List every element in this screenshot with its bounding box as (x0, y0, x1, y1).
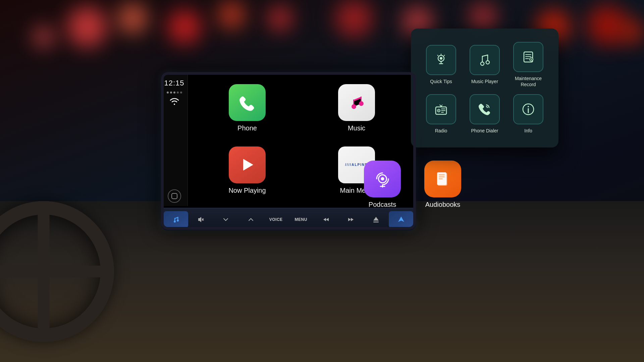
maintenance-record-label: Maintenance Record (510, 75, 547, 87)
phone-app[interactable]: Phone (195, 79, 300, 137)
svg-rect-13 (438, 173, 447, 186)
quick-tips-label: Quick Tips (430, 78, 452, 84)
svg-rect-26 (373, 222, 379, 223)
music-control-button[interactable] (164, 211, 188, 228)
svg-marker-6 (243, 159, 253, 171)
info-icon-box (513, 94, 543, 124)
now-playing-app-icon (229, 146, 266, 183)
radio-icon-box (426, 94, 456, 124)
bokeh-decoration (268, 7, 292, 30)
popup-menu: Quick Tips Music Player (411, 28, 558, 147)
svg-point-35 (481, 62, 484, 65)
audiobooks-app-icon (424, 161, 461, 197)
bokeh-decoration (117, 3, 148, 34)
svg-marker-23 (348, 218, 351, 221)
svg-marker-21 (326, 218, 329, 221)
mute-button[interactable] (189, 211, 213, 228)
bokeh-decoration (470, 3, 496, 30)
music-player-icon-box (470, 45, 500, 75)
svg-point-56 (528, 106, 529, 107)
scroll-down-button[interactable] (214, 211, 238, 228)
popup-quick-tips[interactable]: Quick Tips (423, 42, 460, 87)
clock-display: 12:15 (164, 79, 184, 87)
popup-radio[interactable]: Radio (423, 94, 460, 134)
menu-label: MENU (295, 217, 307, 222)
music-app-icon (338, 84, 375, 121)
rewind-button[interactable] (314, 211, 338, 228)
dot (167, 92, 169, 94)
now-playing-app[interactable]: Now Playing (195, 141, 300, 199)
svg-point-36 (486, 61, 489, 64)
svg-point-31 (440, 57, 442, 60)
bokeh-decoration (621, 20, 644, 44)
radio-label: Radio (435, 128, 447, 134)
popup-music-player[interactable]: Music Player (466, 42, 503, 87)
phone-dialer-label: Phone Dialer (471, 128, 498, 134)
music-player-label: Music Player (471, 78, 498, 84)
svg-line-39 (482, 55, 488, 56)
podcasts-app-label: Podcasts (369, 201, 396, 208)
bokeh-decoration (335, 0, 372, 37)
svg-marker-25 (373, 217, 379, 221)
svg-rect-0 (172, 193, 177, 199)
svg-marker-27 (398, 217, 404, 222)
audiobooks-app[interactable]: Audiobooks (416, 144, 470, 225)
dot (180, 92, 182, 94)
music-app-label: Music (348, 124, 365, 132)
voice-label: VOICE (269, 217, 283, 222)
svg-line-34 (444, 55, 445, 56)
svg-marker-24 (351, 218, 354, 221)
now-playing-app-label: Now Playing (228, 187, 266, 194)
eject-button[interactable] (364, 211, 388, 228)
menu-button[interactable]: MENU (289, 211, 313, 228)
phone-app-label: Phone (237, 124, 257, 132)
popup-maintenance-record[interactable]: Maintenance Record (510, 42, 547, 87)
audiobooks-app-label: Audiobooks (425, 201, 461, 208)
phone-app-icon (229, 84, 266, 121)
navigation-button[interactable] (389, 211, 413, 228)
maintenance-record-icon-box (513, 42, 543, 72)
popup-info[interactable]: Info (510, 94, 547, 134)
svg-rect-3 (353, 100, 354, 107)
voice-button[interactable]: VOICE (264, 211, 288, 228)
bokeh-decoration (587, 5, 627, 45)
dot (177, 92, 179, 94)
bokeh-decoration (67, 7, 107, 47)
dot (173, 92, 175, 94)
bokeh-decoration (168, 10, 201, 44)
bokeh-decoration (218, 2, 245, 28)
car-sidebar: 12:15 (161, 72, 188, 206)
quick-tips-icon-box (426, 45, 456, 75)
popup-phone-dialer[interactable]: Phone Dialer (466, 94, 503, 134)
home-button[interactable] (168, 189, 181, 203)
wifi-icon (170, 98, 179, 107)
svg-rect-16 (174, 218, 175, 222)
dot (170, 92, 172, 94)
fast-forward-button[interactable] (339, 211, 363, 228)
podcasts-app-icon (364, 161, 401, 197)
signal-indicator (167, 92, 182, 94)
phone-dialer-icon-box (470, 94, 500, 124)
svg-point-8 (381, 177, 384, 181)
svg-marker-22 (323, 218, 326, 221)
svg-point-49 (438, 110, 439, 111)
scroll-up-button[interactable] (239, 211, 263, 228)
info-label: Info (524, 128, 532, 134)
music-app[interactable]: Music (304, 79, 409, 137)
bokeh-decoration (34, 27, 54, 47)
svg-line-33 (438, 55, 438, 56)
control-bar: VOICE MENU (161, 208, 416, 231)
